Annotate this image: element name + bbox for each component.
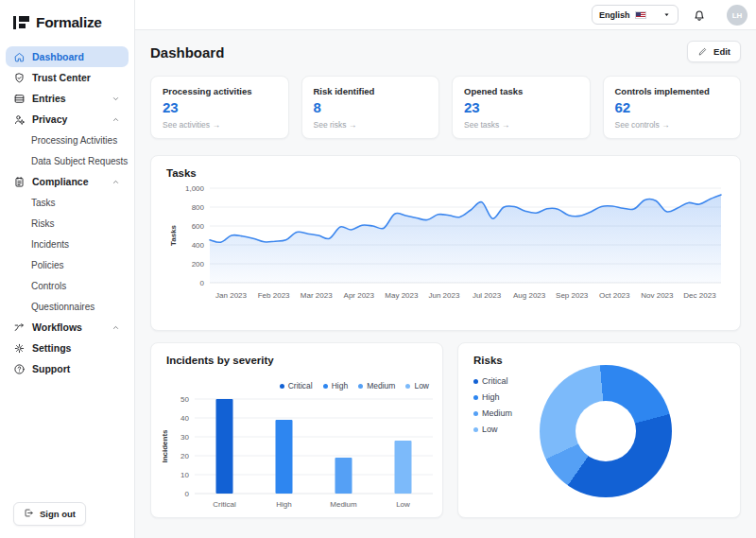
sidebar-item-support[interactable]: Support: [6, 358, 129, 379]
legend-dot: [473, 379, 478, 384]
stat-value: 23: [464, 99, 578, 115]
trust-center-icon: [13, 72, 26, 84]
entries-icon: [13, 93, 26, 105]
brand-name: Formalize: [36, 14, 102, 31]
svg-text:Medium: Medium: [330, 500, 357, 509]
svg-text:Oct 2023: Oct 2023: [599, 291, 630, 300]
legend-dot: [473, 427, 478, 432]
svg-text:Jan 2023: Jan 2023: [215, 291, 247, 300]
formalize-logo-icon: [13, 15, 29, 30]
sidebar-item-incidents[interactable]: Incidents: [6, 234, 129, 254]
stat-title: Controls implemented: [615, 86, 730, 96]
svg-text:Incidents: Incidents: [161, 429, 169, 463]
notifications-bell-icon[interactable]: [692, 8, 707, 23]
sign-out-button[interactable]: Sign out: [13, 502, 86, 526]
app-window: Formalize DashboardTrust CenterEntriesPr…: [0, 0, 756, 538]
svg-text:Jul 2023: Jul 2023: [472, 291, 502, 300]
us-flag-icon: [635, 11, 646, 19]
svg-text:0: 0: [200, 279, 205, 287]
chevron-up-icon: [112, 115, 120, 124]
sidebar-item-compliance[interactable]: Compliance: [6, 171, 129, 192]
svg-text:400: 400: [192, 241, 205, 250]
incidents-chart-card: Incidents by severity CriticalHighMedium…: [150, 342, 443, 518]
stat-card-controls-implemented: Controls implemented62See controls →: [603, 76, 742, 139]
tasks-line-chart: 02004006008001,000Jan 2023Feb 2023Mar 20…: [166, 182, 725, 317]
svg-text:40: 40: [180, 414, 189, 423]
support-icon: [13, 363, 26, 375]
sidebar-item-privacy[interactable]: Privacy: [6, 109, 129, 130]
svg-text:High: High: [276, 500, 291, 509]
page-title: Dashboard: [150, 44, 741, 61]
svg-text:1,000: 1,000: [185, 184, 205, 193]
stat-card-processing-activities: Processing activities23See activities →: [150, 76, 289, 139]
sidebar-item-label: Settings: [32, 342, 71, 354]
settings-icon: [13, 342, 26, 355]
sidebar-item-trust-center[interactable]: Trust Center: [6, 67, 129, 88]
legend-dot: [358, 384, 363, 389]
edit-button[interactable]: Edit: [687, 41, 741, 62]
legend-entry-medium: Medium: [358, 381, 395, 390]
chevron-down-icon: [112, 95, 120, 103]
sidebar-item-dashboard[interactable]: Dashboard: [6, 46, 129, 67]
sidebar-item-policies[interactable]: Policies: [6, 254, 129, 275]
home-icon: [13, 51, 26, 63]
stat-link[interactable]: See tasks →: [464, 120, 578, 130]
language-select[interactable]: English: [592, 5, 679, 25]
stat-title: Opened tasks: [464, 86, 578, 96]
chevron-up-icon: [112, 178, 120, 186]
incidents-legend: CriticalHighMediumLow: [280, 381, 429, 390]
sidebar-item-risks[interactable]: Risks: [6, 213, 129, 234]
sidebar-item-label: Entries: [32, 93, 66, 104]
pencil-icon: [697, 46, 708, 57]
user-avatar[interactable]: LH: [727, 5, 747, 26]
sidebar-item-entries[interactable]: Entries: [6, 88, 129, 109]
logout-icon: [24, 508, 34, 520]
sidebar-item-label: Tasks: [31, 198, 56, 208]
sidebar-item-label: Compliance: [32, 176, 89, 187]
risks-legend: CriticalHighMediumLow: [473, 376, 512, 434]
sidebar-item-label: Workflows: [32, 321, 82, 333]
sidebar-item-questionnaires[interactable]: Questionnaires: [6, 296, 129, 317]
sidebar-item-label: Privacy: [32, 113, 67, 125]
stat-link[interactable]: See controls →: [615, 120, 730, 130]
sidebar-item-data-subject-requests[interactable]: Data Subject Requests: [6, 150, 129, 171]
svg-text:Mar 2023: Mar 2023: [301, 291, 333, 300]
compliance-icon: [13, 176, 26, 188]
sidebar-item-label: Dashboard: [32, 51, 84, 62]
stat-title: Risk identified: [314, 86, 428, 96]
sidebar-item-workflows[interactable]: Workflows: [6, 317, 129, 338]
sidebar-item-label: Policies: [31, 260, 63, 270]
svg-text:Apr 2023: Apr 2023: [344, 291, 375, 300]
sidebar-item-processing-activities[interactable]: Processing Activities: [6, 130, 129, 150]
svg-text:Critical: Critical: [213, 500, 236, 509]
risks-chart-title: Risks: [473, 355, 725, 366]
svg-text:30: 30: [180, 433, 189, 442]
sidebar-item-label: Support: [32, 363, 70, 374]
sidebar-item-settings[interactable]: Settings: [6, 338, 129, 358]
stat-value: 62: [615, 99, 730, 115]
legend-dot: [473, 395, 478, 400]
svg-text:10: 10: [180, 471, 189, 479]
privacy-icon: [13, 113, 26, 126]
tasks-chart-card: Tasks 02004006008001,000Jan 2023Feb 2023…: [150, 155, 741, 331]
sidebar-item-label: Controls: [31, 281, 66, 291]
stat-cards-row: Processing activities23See activities →R…: [150, 76, 741, 139]
svg-text:Feb 2023: Feb 2023: [258, 291, 290, 300]
svg-text:Tasks: Tasks: [169, 224, 178, 246]
svg-text:600: 600: [192, 222, 205, 231]
main-content: Dashboard Edit Processing activities23Se…: [135, 30, 756, 538]
content-pane: English LH Dashboard Edit Processing act…: [135, 0, 756, 538]
sidebar-item-controls[interactable]: Controls: [6, 275, 129, 296]
stat-link[interactable]: See activities →: [163, 120, 277, 130]
language-label: English: [599, 10, 630, 20]
sidebar-item-tasks[interactable]: Tasks: [6, 192, 129, 213]
svg-text:Low: Low: [396, 500, 410, 509]
incidents-chart-title: Incidents by severity: [166, 355, 427, 366]
legend-dot: [280, 384, 284, 389]
sidebar-item-label: Data Subject Requests: [31, 156, 128, 166]
edit-label: Edit: [713, 46, 730, 57]
legend-entry-low: Low: [405, 381, 429, 390]
stat-title: Processing activities: [163, 86, 277, 96]
stat-link[interactable]: See risks →: [314, 120, 428, 130]
legend-dot: [405, 384, 410, 389]
